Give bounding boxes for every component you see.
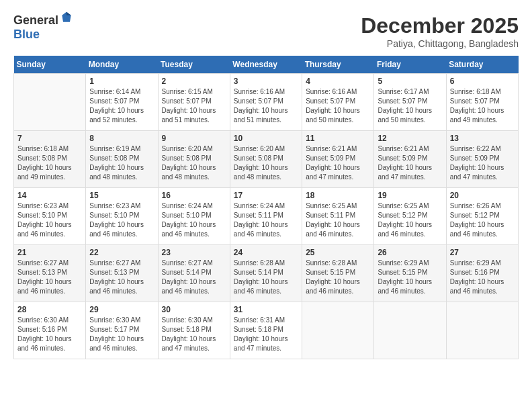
week-row-2: 7Sunrise: 6:18 AMSunset: 5:08 PMDaylight…	[14, 131, 519, 188]
day-info: Sunrise: 6:25 AMSunset: 5:11 PMDaylight:…	[306, 201, 370, 239]
week-row-1: 1Sunrise: 6:14 AMSunset: 5:07 PMDaylight…	[14, 74, 519, 131]
calendar-cell: 19Sunrise: 6:25 AMSunset: 5:12 PMDayligh…	[374, 188, 446, 245]
calendar-cell: 7Sunrise: 6:18 AMSunset: 5:08 PMDaylight…	[14, 131, 86, 188]
day-header-thursday: Thursday	[302, 56, 374, 74]
day-header-tuesday: Tuesday	[158, 56, 230, 74]
location-subtitle: Patiya, Chittagong, Bangladesh	[361, 38, 519, 49]
day-number: 10	[234, 134, 298, 143]
day-number: 14	[17, 191, 82, 200]
day-number: 12	[378, 134, 442, 143]
calendar-cell: 6Sunrise: 6:18 AMSunset: 5:07 PMDaylight…	[446, 74, 518, 131]
day-info: Sunrise: 6:18 AMSunset: 5:07 PMDaylight:…	[450, 87, 515, 125]
day-header-saturday: Saturday	[446, 56, 518, 74]
day-header-sunday: Sunday	[14, 56, 86, 74]
day-number: 9	[162, 134, 226, 143]
day-info: Sunrise: 6:30 AMSunset: 5:18 PMDaylight:…	[162, 316, 226, 353]
day-number: 4	[306, 77, 370, 86]
day-info: Sunrise: 6:21 AMSunset: 5:09 PMDaylight:…	[306, 144, 370, 182]
day-info: Sunrise: 6:23 AMSunset: 5:10 PMDaylight:…	[89, 201, 154, 239]
calendar-cell: 5Sunrise: 6:17 AMSunset: 5:07 PMDaylight…	[374, 74, 446, 131]
logo-icon	[60, 11, 73, 24]
day-number: 26	[378, 248, 442, 257]
calendar-cell: 30Sunrise: 6:30 AMSunset: 5:18 PMDayligh…	[158, 302, 230, 359]
day-info: Sunrise: 6:17 AMSunset: 5:07 PMDaylight:…	[378, 87, 442, 125]
day-number: 28	[17, 305, 82, 314]
day-info: Sunrise: 6:29 AMSunset: 5:15 PMDaylight:…	[378, 259, 442, 296]
calendar-cell	[14, 74, 86, 131]
calendar-cell: 26Sunrise: 6:29 AMSunset: 5:15 PMDayligh…	[374, 245, 446, 302]
day-info: Sunrise: 6:19 AMSunset: 5:08 PMDaylight:…	[89, 144, 154, 182]
day-number: 21	[17, 248, 82, 257]
day-info: Sunrise: 6:31 AMSunset: 5:18 PMDaylight:…	[234, 316, 298, 353]
calendar-cell: 25Sunrise: 6:28 AMSunset: 5:15 PMDayligh…	[302, 245, 374, 302]
day-number: 13	[450, 134, 515, 143]
day-header-wednesday: Wednesday	[230, 56, 302, 74]
day-info: Sunrise: 6:26 AMSunset: 5:12 PMDaylight:…	[450, 201, 515, 239]
day-header-monday: Monday	[86, 56, 158, 74]
day-number: 20	[450, 191, 515, 200]
calendar-cell: 10Sunrise: 6:20 AMSunset: 5:08 PMDayligh…	[230, 131, 302, 188]
day-info: Sunrise: 6:23 AMSunset: 5:10 PMDaylight:…	[17, 201, 82, 239]
day-info: Sunrise: 6:14 AMSunset: 5:07 PMDaylight:…	[89, 87, 154, 125]
day-info: Sunrise: 6:29 AMSunset: 5:16 PMDaylight:…	[450, 259, 515, 296]
calendar-cell: 24Sunrise: 6:28 AMSunset: 5:14 PMDayligh…	[230, 245, 302, 302]
day-info: Sunrise: 6:24 AMSunset: 5:10 PMDaylight:…	[162, 201, 226, 239]
day-number: 6	[450, 77, 515, 86]
calendar-cell: 12Sunrise: 6:21 AMSunset: 5:09 PMDayligh…	[374, 131, 446, 188]
calendar-cell: 23Sunrise: 6:27 AMSunset: 5:14 PMDayligh…	[158, 245, 230, 302]
week-row-4: 21Sunrise: 6:27 AMSunset: 5:13 PMDayligh…	[14, 245, 519, 302]
day-info: Sunrise: 6:16 AMSunset: 5:07 PMDaylight:…	[234, 87, 298, 125]
day-number: 25	[306, 248, 370, 257]
calendar-cell: 1Sunrise: 6:14 AMSunset: 5:07 PMDaylight…	[86, 74, 158, 131]
calendar-cell: 21Sunrise: 6:27 AMSunset: 5:13 PMDayligh…	[14, 245, 86, 302]
day-number: 11	[306, 134, 370, 143]
day-number: 30	[162, 305, 226, 314]
logo-general: General	[13, 13, 58, 27]
calendar-cell: 17Sunrise: 6:24 AMSunset: 5:11 PMDayligh…	[230, 188, 302, 245]
logo-blue: Blue	[13, 28, 40, 41]
calendar-cell: 16Sunrise: 6:24 AMSunset: 5:10 PMDayligh…	[158, 188, 230, 245]
calendar-cell: 13Sunrise: 6:22 AMSunset: 5:09 PMDayligh…	[446, 131, 518, 188]
day-number: 8	[89, 134, 154, 143]
calendar-cell	[374, 302, 446, 359]
day-number: 16	[162, 191, 226, 200]
day-number: 24	[234, 248, 298, 257]
day-info: Sunrise: 6:21 AMSunset: 5:09 PMDaylight:…	[378, 144, 442, 182]
logo: General Blue	[13, 13, 73, 42]
calendar-cell: 20Sunrise: 6:26 AMSunset: 5:12 PMDayligh…	[446, 188, 518, 245]
day-info: Sunrise: 6:27 AMSunset: 5:13 PMDaylight:…	[89, 259, 154, 296]
calendar-cell: 15Sunrise: 6:23 AMSunset: 5:10 PMDayligh…	[86, 188, 158, 245]
day-info: Sunrise: 6:27 AMSunset: 5:13 PMDaylight:…	[17, 259, 82, 296]
week-row-3: 14Sunrise: 6:23 AMSunset: 5:10 PMDayligh…	[14, 188, 519, 245]
calendar-cell: 3Sunrise: 6:16 AMSunset: 5:07 PMDaylight…	[230, 74, 302, 131]
month-title: December 2025	[361, 13, 519, 38]
calendar-cell: 28Sunrise: 6:30 AMSunset: 5:16 PMDayligh…	[14, 302, 86, 359]
calendar-cell	[302, 302, 374, 359]
day-number: 7	[17, 134, 82, 143]
day-number: 31	[234, 305, 298, 314]
calendar-cell: 8Sunrise: 6:19 AMSunset: 5:08 PMDaylight…	[86, 131, 158, 188]
day-info: Sunrise: 6:24 AMSunset: 5:11 PMDaylight:…	[234, 201, 298, 239]
calendar-cell: 9Sunrise: 6:20 AMSunset: 5:08 PMDaylight…	[158, 131, 230, 188]
day-info: Sunrise: 6:22 AMSunset: 5:09 PMDaylight:…	[450, 144, 515, 182]
day-number: 3	[234, 77, 298, 86]
day-number: 19	[378, 191, 442, 200]
day-info: Sunrise: 6:28 AMSunset: 5:14 PMDaylight:…	[234, 259, 298, 296]
day-info: Sunrise: 6:27 AMSunset: 5:14 PMDaylight:…	[162, 259, 226, 296]
header-row: SundayMondayTuesdayWednesdayThursdayFrid…	[14, 56, 519, 74]
calendar-cell: 11Sunrise: 6:21 AMSunset: 5:09 PMDayligh…	[302, 131, 374, 188]
day-number: 22	[89, 248, 154, 257]
day-info: Sunrise: 6:20 AMSunset: 5:08 PMDaylight:…	[234, 144, 298, 182]
week-row-5: 28Sunrise: 6:30 AMSunset: 5:16 PMDayligh…	[14, 302, 519, 359]
day-info: Sunrise: 6:15 AMSunset: 5:07 PMDaylight:…	[162, 87, 226, 125]
day-number: 2	[162, 77, 226, 86]
day-info: Sunrise: 6:16 AMSunset: 5:07 PMDaylight:…	[306, 87, 370, 125]
day-number: 18	[306, 191, 370, 200]
calendar-cell: 27Sunrise: 6:29 AMSunset: 5:16 PMDayligh…	[446, 245, 518, 302]
day-info: Sunrise: 6:30 AMSunset: 5:17 PMDaylight:…	[89, 316, 154, 353]
calendar-table: SundayMondayTuesdayWednesdayThursdayFrid…	[13, 56, 519, 359]
day-number: 1	[89, 77, 154, 86]
calendar-cell: 4Sunrise: 6:16 AMSunset: 5:07 PMDaylight…	[302, 74, 374, 131]
day-number: 5	[378, 77, 442, 86]
logo-text: General Blue	[13, 13, 73, 42]
